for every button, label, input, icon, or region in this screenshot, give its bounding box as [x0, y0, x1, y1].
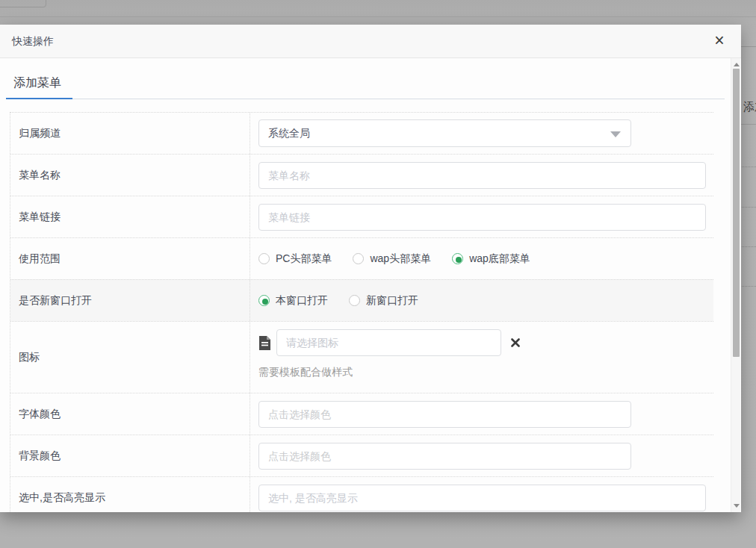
background-row-divider: [742, 246, 756, 247]
form-row-channel: 归属频道 系统全局: [10, 112, 713, 154]
modal-scrollbar[interactable]: [731, 58, 740, 512]
background-table-border: [741, 46, 756, 47]
form-row-open-mode: 是否新窗口打开 本窗口打开 新窗口打开: [10, 279, 713, 321]
channel-select-value: 系统全局: [268, 127, 310, 140]
radio-checked-icon: [258, 295, 270, 306]
quick-action-modal: 快速操作 × 添加菜单 归属频道 系统全局 菜单名称: [0, 25, 741, 512]
file-text-icon[interactable]: [258, 336, 271, 350]
radio-checked-icon: [452, 253, 463, 264]
field-label: 是否新窗口打开: [10, 280, 250, 321]
highlight-input[interactable]: [258, 485, 706, 511]
scroll-up-icon[interactable]: [734, 63, 740, 66]
background-partial-button: [0, 0, 46, 7]
bg-color-input[interactable]: [258, 443, 631, 470]
form-row-font-color: 字体颜色: [10, 393, 713, 435]
field-label: 菜单名称: [10, 155, 250, 196]
field-label: 使用范围: [10, 238, 250, 279]
radio-icon: [258, 253, 270, 264]
form-row-scope: 使用范围 PC头部菜单 wap头部菜单 wap底部菜单: [10, 237, 713, 279]
scrollbar-thumb[interactable]: [733, 69, 740, 357]
icon-picker-input[interactable]: [276, 329, 501, 356]
radio-pc-header-menu[interactable]: PC头部菜单: [258, 252, 332, 266]
channel-select[interactable]: 系统全局: [258, 119, 631, 147]
close-icon[interactable]: ×: [708, 25, 731, 57]
form-row-menu-link: 菜单链接: [10, 196, 713, 237]
scroll-down-icon[interactable]: [734, 504, 740, 508]
radio-open-new-window[interactable]: 新窗口打开: [349, 294, 418, 308]
field-label: 背景颜色: [10, 435, 250, 476]
radio-icon: [353, 253, 364, 264]
radio-open-same-window[interactable]: 本窗口打开: [258, 294, 328, 308]
background-divider: [0, 16, 756, 17]
menu-link-input[interactable]: [258, 204, 706, 231]
form-row-menu-name: 菜单名称: [10, 154, 713, 196]
icon-helper-text: 需要模板配合做样式: [258, 366, 353, 379]
field-label: 选中,是否高亮显示: [10, 477, 250, 512]
field-label: 字体颜色: [10, 393, 250, 435]
tab-active-underline: [6, 98, 72, 99]
modal-body: 添加菜单 归属频道 系统全局 菜单名称: [0, 58, 741, 512]
field-label: 菜单链接: [10, 196, 250, 237]
modal-title: 快速操作: [12, 35, 54, 47]
radio-wap-header-menu[interactable]: wap头部菜单: [353, 252, 431, 266]
font-color-input[interactable]: [258, 401, 631, 428]
form-row-bg-color: 背景颜色: [10, 435, 713, 476]
caret-down-icon: [610, 131, 621, 137]
tab-add-menu[interactable]: 添加菜单: [6, 72, 69, 99]
field-label: 图标: [10, 322, 250, 393]
modal-header: 快速操作 ×: [0, 25, 741, 58]
form-row-icon: 图标: [10, 321, 713, 393]
add-menu-form: 归属频道 系统全局 菜单名称 菜单链接: [10, 112, 713, 512]
background-row-divider: [742, 286, 756, 287]
background-table-border: [741, 124, 756, 125]
radio-wap-bottom-menu[interactable]: wap底部菜单: [452, 252, 530, 266]
background-row-divider: [742, 207, 756, 208]
background-add-button-partial: 添加: [743, 100, 756, 114]
tab-bar: 添加菜单: [6, 72, 725, 99]
radio-icon: [349, 295, 360, 306]
field-label: 归属频道: [10, 113, 250, 154]
menu-name-input[interactable]: [258, 162, 706, 189]
background-row-divider: [742, 166, 756, 167]
clear-icon[interactable]: [511, 338, 520, 347]
form-row-highlight: 选中,是否高亮显示: [10, 476, 713, 512]
